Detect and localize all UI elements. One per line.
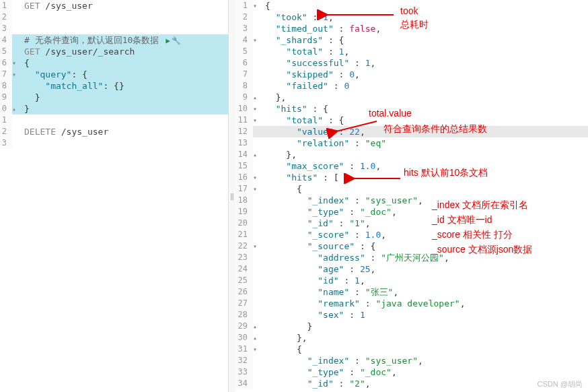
code-content[interactable]: "_shards" : { xyxy=(262,34,588,46)
code-content[interactable]: "skipped" : 0, xyxy=(262,69,588,80)
code-content[interactable]: "max_score" : 1.0, xyxy=(262,160,588,172)
code-line[interactable]: 19 "_type" : "_doc", xyxy=(235,206,588,218)
fold-toggle-icon[interactable]: ▾ xyxy=(12,57,22,69)
code-content[interactable]: { xyxy=(22,57,228,69)
fold-toggle-icon[interactable]: ▾ xyxy=(253,34,262,46)
code-line[interactable]: 7▾ "query": { xyxy=(0,69,228,80)
fold-toggle-icon[interactable]: ▾ xyxy=(253,172,262,183)
request-editor[interactable]: 1GET /sys_user234# 无条件查询，默认返回10条数据 ▶🔧5GE… xyxy=(0,0,229,392)
code-content[interactable]: "id" : 1, xyxy=(262,275,588,286)
code-content[interactable]: "_type" : "_doc", xyxy=(262,206,588,218)
code-line[interactable]: 6▾{ xyxy=(0,57,228,69)
code-line[interactable]: 30▴ }, xyxy=(235,332,588,344)
response-viewer[interactable]: 1▾{2 "took" : 1,3 "timed_out" : false,4▾… xyxy=(235,0,588,392)
code-content[interactable]: "_index" : "sys_user", xyxy=(262,195,588,206)
code-line[interactable]: 11▾ "total" : { xyxy=(235,115,588,126)
code-content[interactable]: }, xyxy=(262,92,588,103)
fold-toggle-icon[interactable]: ▴ xyxy=(253,321,262,332)
code-line[interactable]: 27 "remark" : "java developer", xyxy=(235,298,588,309)
code-line[interactable]: 17▾ { xyxy=(235,183,588,195)
code-line[interactable]: 18 "_index" : "sys_user", xyxy=(235,195,588,206)
code-content[interactable]: { xyxy=(262,183,588,195)
code-content[interactable] xyxy=(22,137,228,149)
code-line[interactable]: 2DELETE /sys_user xyxy=(0,126,228,137)
code-content[interactable]: "_id" : "1", xyxy=(262,218,588,229)
code-line[interactable]: 8 "match_all": {} xyxy=(0,80,228,92)
code-line[interactable]: 2 xyxy=(0,11,228,23)
fold-toggle-icon[interactable]: ▴ xyxy=(253,92,262,103)
code-line[interactable]: 29▴ } xyxy=(235,321,588,332)
fold-toggle-icon[interactable]: ▾ xyxy=(253,240,262,252)
code-line[interactable]: 3 "timed_out" : false, xyxy=(235,23,588,34)
code-content[interactable]: "total" : { xyxy=(262,115,588,126)
code-content[interactable]: "sex" : 1 xyxy=(262,309,588,321)
fold-toggle-icon[interactable]: ▾ xyxy=(253,115,262,126)
code-content[interactable]: "name" : "张三", xyxy=(262,286,588,298)
run-query-icon[interactable]: ▶ xyxy=(164,36,170,45)
code-content[interactable]: "_source" : { xyxy=(262,240,588,252)
code-line[interactable]: 12 "value" : 22, xyxy=(235,126,588,137)
code-line[interactable]: 8 "failed" : 0 xyxy=(235,80,588,92)
code-line[interactable]: 23 "address" : "广州天河公园", xyxy=(235,252,588,263)
code-content[interactable]: "_index" : "sys_user", xyxy=(262,355,588,366)
code-content[interactable]: "age" : 25, xyxy=(262,263,588,275)
code-line[interactable]: 5 "total" : 1, xyxy=(235,46,588,57)
code-line[interactable]: 0▴} xyxy=(0,103,228,115)
code-line[interactable]: 28 "sex" : 1 xyxy=(235,309,588,321)
code-content[interactable]: }, xyxy=(262,332,588,344)
code-line[interactable]: 13 "relation" : "eq" xyxy=(235,137,588,149)
code-content[interactable]: "total" : 1, xyxy=(262,46,588,57)
pane-divider[interactable]: ‖ xyxy=(229,0,235,392)
code-content[interactable]: GET /sys_user/_search xyxy=(22,46,228,57)
code-line[interactable]: 9▴ }, xyxy=(235,92,588,103)
code-line[interactable]: 3 xyxy=(0,137,228,149)
code-line[interactable]: 14▴ }, xyxy=(235,149,588,160)
code-content[interactable]: "took" : 1, xyxy=(262,11,588,23)
code-content[interactable] xyxy=(22,11,228,23)
code-line[interactable]: 9 } xyxy=(0,92,228,103)
code-line[interactable]: 20 "_id" : "1", xyxy=(235,218,588,229)
fold-toggle-icon[interactable]: ▴ xyxy=(253,149,262,160)
code-line[interactable]: 5GET /sys_user/_search xyxy=(0,46,228,57)
code-line[interactable]: 32 "_index" : "sys_user", xyxy=(235,355,588,366)
fold-toggle-icon[interactable]: ▾ xyxy=(253,183,262,195)
code-content[interactable]: } xyxy=(22,103,228,115)
code-content[interactable]: "failed" : 0 xyxy=(262,80,588,92)
code-line[interactable]: 15 "max_score" : 1.0, xyxy=(235,160,588,172)
code-line[interactable]: 3 xyxy=(0,23,228,34)
wrench-icon[interactable]: 🔧 xyxy=(170,36,181,45)
code-content[interactable]: "_score" : 1.0, xyxy=(262,229,588,240)
code-content[interactable]: DELETE /sys_user xyxy=(22,126,228,137)
fold-toggle-icon[interactable]: ▴ xyxy=(12,103,22,115)
code-line[interactable]: 1 xyxy=(0,115,228,126)
code-line[interactable]: 26 "name" : "张三", xyxy=(235,286,588,298)
code-line[interactable]: 1GET /sys_user xyxy=(0,0,228,11)
code-content[interactable]: "query": { xyxy=(22,69,228,80)
code-content[interactable]: "address" : "广州天河公园", xyxy=(262,252,588,263)
code-line[interactable]: 34 "_id" : "2", xyxy=(235,378,588,389)
code-content[interactable]: "remark" : "java developer", xyxy=(262,298,588,309)
code-line[interactable]: 10▾ "hits" : { xyxy=(235,103,588,115)
code-content[interactable] xyxy=(22,115,228,126)
code-line[interactable]: 25 "id" : 1, xyxy=(235,275,588,286)
code-line[interactable]: 7 "skipped" : 0, xyxy=(235,69,588,80)
code-line[interactable]: 6 "successful" : 1, xyxy=(235,57,588,69)
code-content[interactable]: # 无条件查询，默认返回10条数据 ▶🔧 xyxy=(22,34,228,46)
code-content[interactable]: "_type" : "_doc", xyxy=(262,366,588,378)
code-content[interactable] xyxy=(22,23,228,34)
code-line[interactable]: 4# 无条件查询，默认返回10条数据 ▶🔧 xyxy=(0,34,228,46)
code-content[interactable]: GET /sys_user xyxy=(22,0,228,11)
code-line[interactable]: 24 "age" : 25, xyxy=(235,263,588,275)
code-line[interactable]: 16▾ "hits" : [ xyxy=(235,172,588,183)
code-content[interactable]: } xyxy=(22,92,228,103)
code-content[interactable]: "match_all": {} xyxy=(22,80,228,92)
code-content[interactable]: "successful" : 1, xyxy=(262,57,588,69)
code-line[interactable]: 4▾ "_shards" : { xyxy=(235,34,588,46)
fold-toggle-icon[interactable]: ▾ xyxy=(253,344,262,355)
code-content[interactable]: "timed_out" : false, xyxy=(262,23,588,34)
code-content[interactable]: }, xyxy=(262,149,588,160)
code-line[interactable]: 31▾ { xyxy=(235,344,588,355)
code-content[interactable]: "value" : 22, xyxy=(262,126,588,137)
code-content[interactable]: "relation" : "eq" xyxy=(262,137,588,149)
code-content[interactable]: { xyxy=(262,0,588,11)
